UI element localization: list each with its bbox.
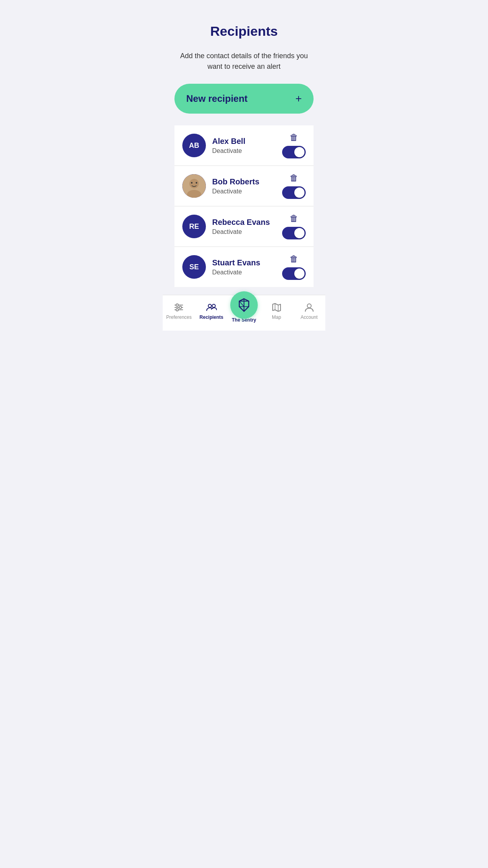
sentry-circle [230, 291, 258, 319]
account-label: Account [301, 314, 317, 320]
recipient-status: Deactivate [212, 147, 282, 154]
svg-point-12 [212, 304, 215, 307]
recipient-info: Bob Roberts Deactivate [212, 177, 282, 195]
toggle-thumb [294, 188, 305, 198]
svg-point-6 [176, 304, 178, 306]
svg-point-4 [196, 182, 197, 184]
recipients-label: Recipients [200, 314, 224, 320]
delete-icon[interactable]: 🗑 [290, 254, 298, 264]
nav-item-the-sentry[interactable]: The Sentry [228, 299, 261, 323]
main-content: Recipients Add the contact details of th… [163, 0, 325, 295]
svg-point-3 [191, 182, 193, 184]
recipients-icon [206, 302, 217, 313]
delete-icon[interactable]: 🗑 [290, 173, 298, 183]
recipient-info: Rebecca Evans Deactivate [212, 218, 282, 235]
page-subtitle: Add the contact details of the friends y… [174, 51, 314, 72]
toggle-switch[interactable] [282, 267, 306, 280]
preferences-label: Preferences [166, 314, 192, 320]
recipient-name: Alex Bell [212, 137, 282, 146]
avatar-initials: RE [189, 223, 199, 231]
recipient-status: Deactivate [212, 188, 282, 195]
new-recipient-label: New recipient [186, 93, 248, 104]
map-icon [271, 302, 282, 313]
svg-point-8 [179, 306, 182, 309]
svg-point-1 [189, 179, 199, 188]
recipient-status: Deactivate [212, 269, 282, 276]
recipient-controls: 🗑 [282, 213, 306, 239]
nav-item-account[interactable]: Account [293, 302, 325, 320]
page-title: Recipients [210, 24, 278, 39]
toggle-thumb [294, 228, 305, 238]
recipient-name: Stuart Evans [212, 258, 282, 267]
recipient-item: SE Stuart Evans Deactivate 🗑 [174, 247, 314, 287]
delete-icon[interactable]: 🗑 [290, 132, 298, 143]
page-container: Recipients Add the contact details of th… [163, 0, 325, 331]
nav-item-preferences[interactable]: Preferences [163, 302, 195, 320]
toggle-thumb [294, 268, 305, 279]
nav-item-map[interactable]: Map [260, 302, 293, 320]
toggle-switch[interactable] [282, 227, 306, 239]
avatar-initials: SE [189, 263, 199, 271]
svg-point-10 [176, 309, 178, 311]
bottom-nav: Preferences Recipients [163, 295, 325, 331]
svg-point-11 [208, 304, 211, 307]
recipient-controls: 🗑 [282, 132, 306, 158]
toggle-switch[interactable] [282, 146, 306, 158]
avatar [182, 174, 206, 198]
recipient-item: RE Rebecca Evans Deactivate 🗑 [174, 206, 314, 247]
recipient-status: Deactivate [212, 228, 282, 235]
recipient-item: AB Alex Bell Deactivate 🗑 [174, 125, 314, 166]
recipient-name: Rebecca Evans [212, 218, 282, 227]
avatar-initials: AB [189, 142, 199, 150]
toggle-switch[interactable] [282, 186, 306, 199]
recipient-item: Bob Roberts Deactivate 🗑 [174, 166, 314, 206]
recipient-info: Alex Bell Deactivate [212, 137, 282, 154]
toggle-thumb [294, 147, 305, 157]
recipient-info: Stuart Evans Deactivate [212, 258, 282, 276]
avatar: AB [182, 134, 206, 157]
avatar: SE [182, 255, 206, 279]
preferences-icon [173, 302, 184, 313]
delete-icon[interactable]: 🗑 [290, 213, 298, 224]
map-label: Map [272, 314, 281, 320]
recipient-name: Bob Roberts [212, 177, 282, 186]
plus-icon: + [295, 92, 302, 105]
recipient-controls: 🗑 [282, 254, 306, 280]
avatar: RE [182, 215, 206, 238]
account-icon [304, 302, 315, 313]
recipient-controls: 🗑 [282, 173, 306, 199]
recipients-list: AB Alex Bell Deactivate 🗑 [174, 125, 314, 287]
svg-point-15 [307, 304, 311, 308]
new-recipient-button[interactable]: New recipient + [174, 84, 314, 114]
nav-item-recipients[interactable]: Recipients [195, 302, 228, 320]
